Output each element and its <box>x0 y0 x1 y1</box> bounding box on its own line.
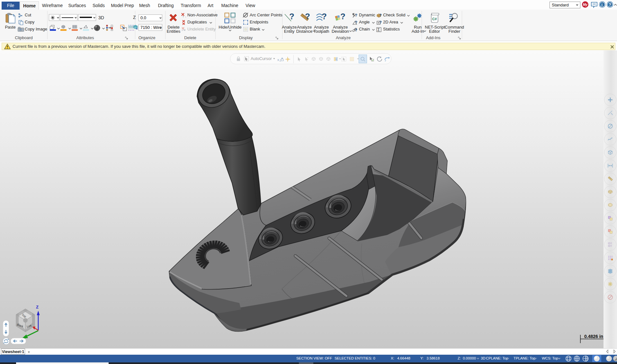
svg-text:0.4826 in: 0.4826 in <box>584 334 603 339</box>
svg-text:Z: Z <box>36 305 39 309</box>
